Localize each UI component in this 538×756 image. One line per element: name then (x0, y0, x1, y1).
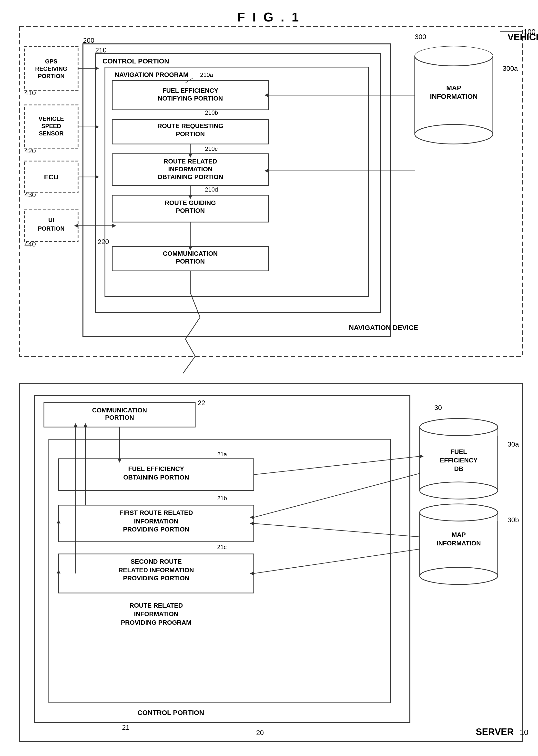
rr-label2: PORTION (176, 130, 205, 137)
vehicle-label: VEHICLE (508, 32, 538, 42)
server-map-db-bottom (420, 567, 498, 584)
fe-to-db-arrow (420, 455, 424, 458)
map-ref-300a: 300a (503, 65, 518, 72)
svg-line-18 (254, 473, 420, 517)
route-prog-label3: PROVIDING PROGRAM (121, 619, 191, 626)
vss-label1: VEHICLE (38, 115, 64, 122)
gps-arrow (95, 66, 99, 70)
fuel-db-body (420, 427, 498, 491)
fe-obtain-label1: FUEL EFFICIENCY (128, 465, 184, 472)
rri-label1: ROUTE RELATED (163, 158, 217, 165)
first-route-box (59, 505, 254, 542)
first-route-label1: FIRST ROUTE RELATED (119, 509, 193, 516)
rri-down-arrow (188, 195, 192, 199)
server-comm-label2: PORTION (105, 414, 134, 421)
left-arrow-second-route (57, 570, 61, 573)
fuel-eff-ref: 210b (205, 109, 218, 116)
svg-line-20 (254, 549, 420, 573)
map-to-first-route-arrow (250, 521, 254, 525)
first-route-label2: INFORMATION (134, 517, 178, 525)
ref-210: 210 (95, 46, 107, 54)
server-map-top-arc (420, 513, 498, 521)
rr-down-arrow (188, 154, 192, 158)
left-arrow-first-route (57, 520, 61, 523)
fuel-db-top-ellipse (420, 418, 498, 436)
fuel-db-top-arc (420, 427, 498, 436)
ecu-ref: 430 (25, 191, 36, 199)
rg-down-arrow (188, 246, 192, 250)
map-to-second-route-arrow (250, 571, 254, 575)
nav-program-label: NAVIGATION PROGRAM (115, 71, 188, 78)
gps-label2: RECEIVING (35, 65, 67, 72)
ecu-box (25, 161, 78, 193)
control-portion-label: CONTROL PORTION (102, 57, 169, 65)
svg-line-1 (186, 78, 193, 83)
fuel-db-label1: FUEL (451, 448, 467, 456)
svg-line-17 (254, 456, 420, 475)
svg-line-12 (190, 293, 200, 317)
server-comm-label1: COMMUNICATION (92, 406, 147, 414)
comm-label1: COMMUNICATION (163, 250, 218, 257)
second-route-label1: SECOND ROUTE (131, 558, 182, 565)
rrio-ref2: 210d (205, 186, 218, 193)
fe-obtain-label2: OBTAINING PORTION (123, 474, 189, 481)
ref-200: 200 (83, 36, 94, 44)
fuel-db-bottom-ellipse (420, 482, 498, 499)
map-ref-300: 300 (415, 33, 426, 40)
second-route-ref: 21c (217, 544, 227, 550)
control-portion-box (95, 54, 381, 312)
nav-program-ref: 210a (200, 72, 213, 78)
db-to-first-route-arrow (250, 515, 254, 519)
gps-ref: 410 (25, 89, 36, 97)
fuel-db-ref-30a: 30a (508, 441, 519, 448)
server-map-db-top-cover (420, 513, 498, 521)
server-label: SERVER (476, 727, 514, 737)
svg-line-13 (186, 317, 200, 339)
map-info-label1: MAP (446, 84, 461, 92)
server-map-db-top (420, 504, 498, 521)
server-comm-ref-22: 22 (198, 399, 205, 406)
map-info-label2: INFORMATION (430, 93, 477, 100)
fuel-db-label3: DB (454, 465, 463, 472)
vss-label2: SPEED (41, 123, 61, 129)
server-control-label: CONTROL PORTION (137, 709, 204, 717)
route-requesting-box (112, 120, 268, 144)
vss-label3: SENSOR (39, 130, 63, 136)
rrio-ref: 210c (205, 145, 218, 152)
second-route-box (59, 554, 254, 593)
fuel-db-top-cover (420, 427, 498, 436)
fuel-eff-label2: NOTIFYING PORTION (158, 95, 223, 102)
gps-label3: PORTION (38, 73, 64, 79)
rri-label3: OBTAINING PORTION (157, 173, 223, 181)
first-route-label3: PROVIDING PORTION (123, 526, 189, 533)
fuel-eff-label1: FUEL EFFICIENCY (162, 87, 218, 94)
fuel-efficiency-box (112, 81, 268, 110)
map-db-top-fill (415, 46, 493, 66)
server-ref-10: 10 (520, 728, 528, 737)
ecu-arrow (95, 175, 99, 179)
nav-device-box (83, 44, 390, 337)
map-db-bottom (415, 125, 493, 144)
first-route-to-comm-arrow (83, 423, 87, 427)
server-map-ref-30b: 30b (508, 516, 519, 524)
server-map-label2: INFORMATION (437, 540, 481, 547)
nav-device-label: NAVIGATION DEVICE (349, 324, 418, 331)
ui-arrow-right (112, 224, 116, 228)
fe-obtain-box (59, 459, 254, 491)
comm-label2: PORTION (176, 258, 205, 265)
map-to-route-arrow (264, 169, 268, 173)
server-map-label1: MAP (452, 531, 466, 538)
vehicle-speed-box (25, 105, 78, 149)
server-control-box (34, 395, 410, 722)
comm-portion-vehicle-box (112, 246, 268, 271)
diagram-title: F I G . 1 (0, 0, 538, 25)
rr-label1: ROUTE REQUESTING (157, 122, 223, 130)
server-comm-box (44, 403, 195, 427)
route-guiding-box (112, 195, 268, 222)
route-prog-label2: INFORMATION (134, 610, 178, 618)
comm-to-fe-arrow (118, 459, 122, 463)
ui-label2: PORTION (38, 225, 64, 232)
ui-ref: 440 (25, 241, 36, 248)
ui-arrow-left (74, 224, 78, 228)
map-db-top (415, 46, 493, 66)
